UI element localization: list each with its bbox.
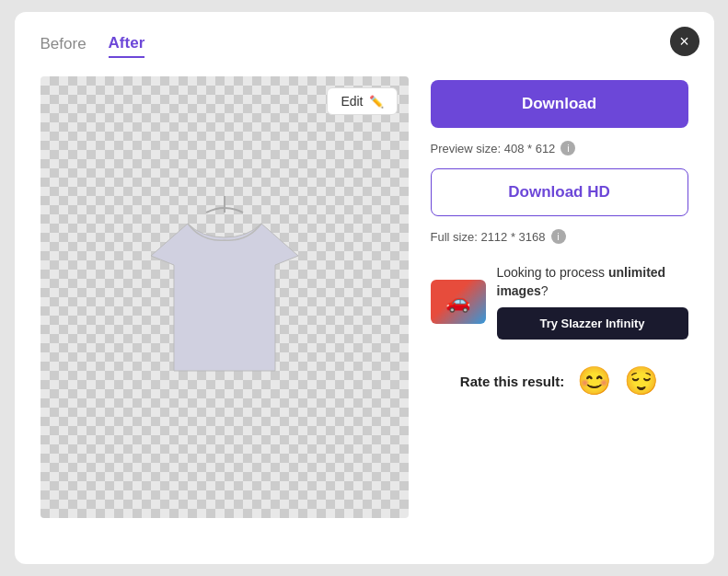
promo-image: 🚗 <box>431 280 486 324</box>
promo-box: 🚗 Looking to process unlimited images? T… <box>431 260 688 343</box>
full-size-info: Full size: 2112 * 3168 i <box>431 229 688 244</box>
promo-text: Looking to process unlimited images? <box>497 264 688 300</box>
right-panel: Download Preview size: 408 * 612 i Downl… <box>431 76 688 518</box>
fullsize-info-icon[interactable]: i <box>551 229 566 244</box>
preview-info-icon[interactable]: i <box>560 141 575 156</box>
tab-before[interactable]: Before <box>40 34 87 58</box>
tabs-container: Before After <box>40 34 688 58</box>
image-preview-area: Edit ✏️ <box>40 76 409 518</box>
edit-button[interactable]: Edit ✏️ <box>327 87 397 115</box>
main-modal: × Before After Edit ✏️ <box>15 12 714 564</box>
rate-section: Rate this result: 😊 😌 <box>431 367 688 395</box>
full-size-text: Full size: 2112 * 3168 <box>431 230 546 244</box>
neutral-rating-button[interactable]: 😌 <box>624 367 658 395</box>
edit-icon: ✏️ <box>369 95 384 109</box>
close-button[interactable]: × <box>670 27 699 56</box>
edit-button-label: Edit <box>341 94 363 109</box>
product-image <box>133 187 317 408</box>
tab-after[interactable]: After <box>109 34 145 58</box>
promo-text-part1: Looking to process <box>497 265 608 280</box>
promo-inner: Looking to process unlimited images? Try… <box>497 264 688 340</box>
preview-size-text: Preview size: 408 * 612 <box>431 142 556 156</box>
promo-text-part2: ? <box>541 283 549 298</box>
rate-label: Rate this result: <box>460 374 564 389</box>
shirt-svg <box>133 187 317 408</box>
try-infinity-button[interactable]: Try Slazzer Infinity <box>497 307 688 340</box>
download-hd-button[interactable]: Download HD <box>431 168 688 216</box>
download-button[interactable]: Download <box>431 80 688 128</box>
happy-rating-button[interactable]: 😊 <box>577 367 611 395</box>
image-panel: Edit ✏️ <box>40 76 409 518</box>
content-area: Edit ✏️ Down <box>40 76 688 518</box>
preview-size-info: Preview size: 408 * 612 i <box>431 141 688 156</box>
